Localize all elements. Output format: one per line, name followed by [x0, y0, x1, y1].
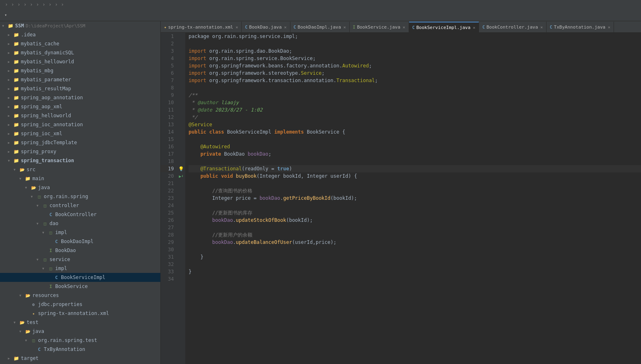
- sidebar-item-BookDaoImpl[interactable]: CBookDaoImpl: [0, 237, 160, 246]
- tab-bookcontroller[interactable]: CBookController.java✕: [479, 22, 547, 32]
- sidebar-item-BookController[interactable]: CBookController: [0, 210, 160, 219]
- line-num-15: 15: [161, 136, 174, 143]
- sidebar-item-mybatis_helloworld[interactable]: ▸📁mybatis_helloworld: [0, 57, 160, 66]
- gutter-cell-12: [177, 114, 185, 121]
- title-bar: › › › › › › › › › ›: [0, 0, 641, 9]
- sidebar-item-main[interactable]: ▾📁main: [0, 174, 160, 183]
- sidebar-item-BookService[interactable]: IBookService: [0, 282, 160, 291]
- code-area: 1234567891011121314151617181920212223242…: [161, 33, 641, 364]
- sidebar-item-resources[interactable]: ▾📂resources: [0, 291, 160, 300]
- line-num-5: 5: [161, 62, 174, 69]
- sidebar-item-dao_impl[interactable]: ▾◫impl: [0, 228, 160, 237]
- minimize-icon[interactable]: [634, 14, 638, 16]
- gutter-cell-22: [177, 187, 185, 194]
- xml-icon: ✦: [164, 25, 166, 29]
- code-line-19: @Transactional(readOnly = true): [189, 165, 641, 172]
- settings-icon[interactable]: [629, 14, 632, 16]
- tab-close[interactable]: ✕: [344, 25, 346, 29]
- sidebar-item-dao[interactable]: ▾◫dao: [0, 219, 160, 228]
- line-num-27: 27: [161, 224, 174, 231]
- sidebar-item-BookDao[interactable]: IBookDao: [0, 246, 160, 255]
- code-line-18: [189, 158, 641, 165]
- sidebar-item-spring_tx_xml[interactable]: ✦spring-tx-annotation.xml: [0, 309, 160, 318]
- tab-spring-tx[interactable]: ✦spring-tx-annotation.xml✕: [161, 22, 242, 32]
- line-num-14: 14: [161, 128, 174, 136]
- sidebar-item-mybatis_cache[interactable]: ▸📁mybatis_cache: [0, 39, 160, 48]
- sidebar-item-spring_proxy[interactable]: ▸📁spring_proxy: [0, 147, 160, 156]
- sidebar-item-spring_jdbctemplate[interactable]: ▸📁spring_jdbcTemplate: [0, 138, 160, 147]
- code-line-3: import org.rain.spring.dao.BookDao;: [189, 47, 641, 55]
- add-icon[interactable]: [623, 14, 626, 16]
- tab-close[interactable]: ✕: [284, 25, 287, 29]
- tab-close[interactable]: ✕: [236, 25, 238, 29]
- java-icon: C: [294, 25, 296, 29]
- gutter-cell-13: [177, 121, 185, 128]
- code-line-6: import org.springframework.stereotype.Se…: [189, 69, 641, 77]
- sidebar-item-idea[interactable]: ▸📁.idea: [0, 30, 160, 39]
- line-num-4: 4: [161, 55, 174, 62]
- gutter-cell-32: [177, 261, 185, 268]
- sidebar-item-service_impl[interactable]: ▾◫impl: [0, 264, 160, 273]
- sidebar-item-TxByAnnotation[interactable]: CTxByAnnotation: [0, 345, 160, 354]
- sidebar-item-src[interactable]: ▾📂src: [0, 165, 160, 174]
- tab-bookservice[interactable]: IBookService.java✕: [350, 22, 409, 32]
- line-num-25: 25: [161, 209, 174, 217]
- sidebar-item-org_rain_spring_test[interactable]: ▾◫org.rain.spring.test: [0, 336, 160, 345]
- sidebar-item-mybatis_resultmap[interactable]: ▸📁mybatis_resultMap: [0, 84, 160, 93]
- line-num-30: 30: [161, 246, 174, 253]
- line-num-21: 21: [161, 180, 174, 187]
- sidebar-root[interactable]: ▾📁SSMD:\ideaProject\Apr\SSM: [0, 21, 160, 30]
- tab-bookserviceimpl[interactable]: CBookServiceImpl.java✕: [409, 22, 479, 32]
- sidebar-item-test[interactable]: ▾📂test: [0, 318, 160, 327]
- tab-label: spring-tx-annotation.xml: [168, 25, 233, 30]
- sidebar-item-jdbc_props[interactable]: ⚙jdbc.properties: [0, 300, 160, 309]
- tab-label: BookService.java: [357, 25, 400, 30]
- sidebar-item-java[interactable]: ▾📂java: [0, 183, 160, 192]
- gutter-cell-29: [177, 239, 185, 246]
- gutter-cell-5: [177, 62, 185, 69]
- editor[interactable]: 1234567891011121314151617181920212223242…: [161, 33, 641, 364]
- tab-close[interactable]: ✕: [403, 25, 405, 29]
- tab-txbyannotation[interactable]: CTxByAnnotation.java✕: [547, 22, 614, 32]
- sidebar-item-spring_ioc_xml[interactable]: ▸📁spring_ioc_xml: [0, 129, 160, 138]
- code-line-28: //更新用户的余额: [189, 231, 641, 239]
- tab-bookdao[interactable]: CBookDao.java✕: [242, 22, 290, 32]
- line-num-31: 31: [161, 253, 174, 261]
- java-icon: C: [550, 25, 552, 29]
- sidebar-item-spring_helloworld[interactable]: ▸📁spring_helloworld: [0, 111, 160, 120]
- sidebar-item-controller[interactable]: ▾◫controller: [0, 201, 160, 210]
- tab-close[interactable]: ✕: [473, 25, 475, 30]
- code-line-2: [189, 40, 641, 47]
- sidebar-item-mybatis_parameter[interactable]: ▸📁mybatis_parameter: [0, 75, 160, 84]
- sidebar-item-service[interactable]: ▾◫service: [0, 255, 160, 264]
- tab-bookdaoimpl[interactable]: CBookDaoImpl.java✕: [290, 22, 350, 32]
- line-num-8: 8: [161, 84, 174, 92]
- sidebar-item-org_rain_spring[interactable]: ▾◫org.rain.spring: [0, 192, 160, 201]
- sidebar-item-target[interactable]: ▸📁target: [0, 354, 160, 363]
- main-layout: ▾📁SSMD:\ideaProject\Apr\SSM▸📁.idea▸📁myba…: [0, 21, 641, 364]
- sidebar-item-test_java[interactable]: ▾📂java: [0, 327, 160, 336]
- tab-close[interactable]: ✕: [608, 25, 610, 29]
- line-num-23: 23: [161, 194, 174, 202]
- interface-icon: I: [353, 25, 355, 29]
- sidebar-item-spring_transaction[interactable]: ▾📁spring_transaction: [0, 156, 160, 165]
- code-line-4: import org.rain.spring.service.BookServi…: [189, 55, 641, 62]
- line-num-16: 16: [161, 143, 174, 150]
- gutter-cell-24: [177, 202, 185, 209]
- gutter-cell-25: [177, 209, 185, 217]
- line-num-22: 22: [161, 187, 174, 194]
- code-line-23: Integer price = bookDao.getPriceByBookId…: [189, 194, 641, 202]
- line-num-28: 28: [161, 231, 174, 239]
- gutter-cell-1: [177, 33, 185, 40]
- sidebar-item-spring_ioc_annotation[interactable]: ▸📁spring_ioc_annotation: [0, 120, 160, 129]
- code-lines[interactable]: package org.rain.spring.service.impl; im…: [185, 33, 641, 364]
- sidebar-item-spring_aop_annotation[interactable]: ▸📁spring_aop_annotation: [0, 93, 160, 102]
- tab-close[interactable]: ✕: [540, 25, 543, 29]
- sidebar-item-mybatis_dynamicsql[interactable]: ▸📁mybatis_dynamicSQL: [0, 48, 160, 57]
- java-icon: C: [482, 25, 485, 29]
- code-line-7: import org.springframework.transaction.a…: [189, 77, 641, 84]
- sidebar-item-mybatis_mbg[interactable]: ▸📁mybatis_mbg: [0, 66, 160, 75]
- line-num-11: 11: [161, 106, 174, 114]
- sidebar-item-spring_aop_xml[interactable]: ▸📁spring_aop_xml: [0, 102, 160, 111]
- sidebar-item-BookServiceImpl[interactable]: CBookServiceImpl: [0, 273, 160, 282]
